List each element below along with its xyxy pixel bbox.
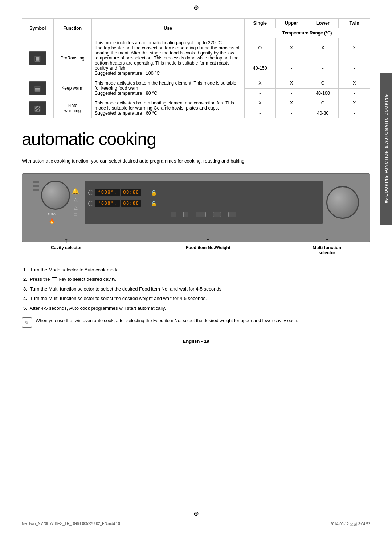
- step-5-num: 5.: [23, 305, 27, 311]
- arrow-cavity: ↑ Cavity selector: [51, 237, 82, 255]
- section-intro: With automatic cooking function, you can…: [22, 157, 370, 165]
- disp-circle-upper: [88, 190, 93, 195]
- step-2-text-after: key to select desired cavity.: [59, 276, 117, 282]
- cell-plate-lower-1: O: [307, 98, 339, 108]
- cell-keepwarm-twin-1: X: [339, 78, 370, 89]
- header-single: Single: [244, 19, 276, 28]
- function-plate: Plate warming: [53, 98, 91, 118]
- bell-icon: 🔔: [72, 188, 79, 195]
- step-3-text: Turn the Multi function selector to sele…: [30, 286, 222, 292]
- mode-icon-4: [144, 204, 148, 208]
- footer-file-info: NeoTwin_NV70H7786ES_TR_DG68-00522U-02_EN…: [22, 522, 120, 527]
- function-table: Symbol Function Use Single Upper Lower T…: [22, 18, 370, 118]
- lock-icon-lower: 🔒: [151, 201, 157, 206]
- cell-proroast-upper-1: X: [276, 38, 307, 58]
- ctrl-btn-1[interactable]: [171, 212, 176, 217]
- symbol-plate: [25, 101, 50, 115]
- symbol-proroasting: [25, 51, 50, 65]
- arrow-multi: ↑ Multi function selector: [313, 237, 341, 255]
- mode-selector-knob[interactable]: [41, 181, 70, 210]
- bottom-controls: [88, 212, 319, 217]
- food-item-label: Food item No./Weight: [186, 245, 230, 250]
- step-3-num: 3.: [23, 286, 27, 292]
- ctrl-btn-5[interactable]: [228, 212, 236, 217]
- cell-keepwarm-upper-2: -: [276, 88, 307, 98]
- flame-icon: 🔥: [49, 218, 55, 224]
- footer-date-info: 2014-09-12 오전 3:04:52: [330, 522, 370, 527]
- right-icons-lower: [144, 199, 148, 208]
- arrow-food: ↑ Food item No./Weight: [186, 237, 230, 255]
- diagram-arrows: ↑ Cavity selector ↑ Food item No./Weight…: [22, 237, 370, 255]
- header-upper: Upper: [276, 19, 307, 28]
- oven-diagram: AUTO 🔥 🔔 △ △ □ °888°. 88:88: [22, 173, 370, 242]
- disp-time-upper: 88:88: [121, 189, 141, 196]
- step-5-text: After 4-5 seconds, Auto cook programmes …: [30, 305, 166, 311]
- reg-mark-top: ⊕: [193, 4, 199, 12]
- step-2-text-before: Press the: [30, 276, 50, 282]
- note-box: ✎ When you use the twin oven auto cook, …: [22, 317, 370, 328]
- function-proroasting: ProRoasting: [53, 38, 91, 78]
- ctrl-btn-4[interactable]: [213, 212, 221, 217]
- page-footer: NeoTwin_NV70H7786ES_TR_DG68-00522U-02_EN…: [0, 522, 392, 527]
- mode-icon-1: [144, 188, 148, 192]
- step-1-num: 1.: [23, 267, 27, 272]
- header-twin: Twin: [339, 19, 370, 28]
- disp-circle-lower: [88, 201, 93, 206]
- use-proroasting: This mode includes an automatic heating-…: [91, 38, 244, 78]
- small-rect-1: [33, 181, 40, 184]
- small-rect-3: [33, 189, 40, 192]
- note-icon: ✎: [22, 317, 32, 328]
- left-knob-area: AUTO 🔥: [33, 181, 70, 224]
- step-1-text: Turn the Mode selector to Auto cook mode…: [30, 267, 120, 272]
- center-left-icons: 🔔 △ △ □: [72, 188, 79, 217]
- cell-proroast-lower-1: X: [307, 38, 339, 58]
- cell-proroast-upper-2: -: [276, 58, 307, 78]
- list-item: 3. Turn the Multi function selector to s…: [22, 286, 370, 293]
- table-row: Plate warming This mode activates bottom…: [22, 98, 370, 108]
- multi-function-label: Multi function: [313, 245, 341, 250]
- use-keepwarm: This mode activates bottom the heating e…: [91, 78, 244, 98]
- cell-proroast-lower-2: -: [307, 58, 339, 78]
- cavity-selector-label: Cavity selector: [51, 245, 82, 250]
- steps-list: 1. Turn the Mode selector to Auto cook m…: [22, 266, 370, 312]
- header-function: Function: [53, 19, 91, 38]
- use-plate: This mode activates bottom heating eleme…: [91, 98, 244, 118]
- list-item: 1. Turn the Mode selector to Auto cook m…: [22, 266, 370, 274]
- table-row: ProRoasting This mode includes an automa…: [22, 38, 370, 58]
- section-title: automatic cooking: [22, 129, 370, 149]
- disp-temp-lower: °888°.: [95, 200, 120, 207]
- multi-function-knob[interactable]: [326, 186, 359, 219]
- step-2-num: 2.: [23, 276, 27, 282]
- cell-keepwarm-lower-1: O: [307, 78, 339, 89]
- auto-label: AUTO: [48, 213, 56, 216]
- ctrl-btn-3[interactable]: [196, 212, 206, 217]
- cell-plate-upper-1: X: [276, 98, 307, 108]
- cell-proroast-twin-2: -: [339, 58, 370, 78]
- display-panel: °888°. 88:88 🔒 °888°. 88:88: [85, 181, 323, 224]
- disp-time-lower: 88:88: [121, 200, 141, 207]
- display-row-lower: °888°. 88:88 🔒: [88, 199, 319, 208]
- display-row-upper: °888°. 88:88 🔒: [88, 188, 319, 197]
- cell-keepwarm-twin-2: -: [339, 88, 370, 98]
- cell-keepwarm-upper-1: X: [276, 78, 307, 89]
- list-item: 2. Press the key to select desired cavit…: [22, 276, 370, 283]
- right-icons-upper: [144, 188, 148, 197]
- disp-temp-upper: °888°.: [95, 189, 120, 196]
- list-item: 5. After 4-5 seconds, Auto cook programm…: [22, 305, 370, 312]
- symbol-keepwarm: [25, 81, 50, 95]
- note-text: When you use the twin oven auto cook, af…: [36, 317, 298, 324]
- cell-keepwarm-lower-2: 40-100: [307, 88, 339, 98]
- cell-plate-twin-1: X: [339, 98, 370, 108]
- section-title-container: automatic cooking: [22, 129, 370, 152]
- cell-proroast-single-1: O: [244, 38, 276, 58]
- header-use: Use: [91, 19, 244, 38]
- oven-diagram-container: AUTO 🔥 🔔 △ △ □ °888°. 88:88: [22, 173, 370, 255]
- cell-keepwarm-single-2: -: [244, 88, 276, 98]
- function-keepwarm: Keep warm: [53, 78, 91, 98]
- ctrl-btn-2[interactable]: [183, 212, 188, 217]
- table-row: Keep warm This mode activates bottom the…: [22, 78, 370, 89]
- cell-plate-upper-2: -: [276, 108, 307, 118]
- cell-plate-twin-2: -: [339, 108, 370, 118]
- down-arrow-icon: △: [74, 204, 78, 210]
- cell-plate-lower-2: 40-80: [307, 108, 339, 118]
